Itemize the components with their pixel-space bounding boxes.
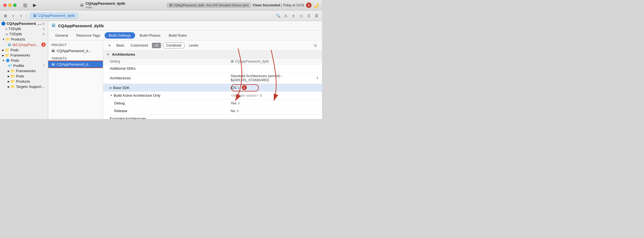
- panel-item-target[interactable]: 🏛 CQAppPassword_d...: [48, 61, 103, 67]
- podfile-label: Podfile: [13, 64, 43, 68]
- sidebar-item-libcqapp[interactable]: 🏛 libCQAppPassword_dylib 3: [0, 42, 48, 47]
- base-sdk-expand: ▶: [110, 86, 112, 89]
- scm-button[interactable]: ±: [290, 12, 297, 19]
- editor-tab-icon: 🏛: [33, 13, 37, 18]
- combined-wrapper: Combined: [163, 42, 185, 48]
- fw2-chevron: ▶: [8, 70, 10, 72]
- panel-project-icon: 🏛: [51, 49, 55, 53]
- add-setting-button[interactable]: +: [107, 42, 113, 48]
- extra-button[interactable]: ☰: [313, 12, 320, 19]
- scheme-info: CQAppPassword_dylib main: [86, 1, 125, 9]
- night-mode-icon[interactable]: 🌙: [313, 2, 319, 8]
- prod2-label: Products: [16, 79, 46, 83]
- editor-tab-cqapp[interactable]: 🏛 CQAppPassword_dylib: [30, 13, 78, 19]
- settings-toolbar: + Basic Customized All Combined Levels ⊙: [103, 40, 322, 51]
- filter-levels-button[interactable]: Levels: [187, 43, 201, 48]
- target-selector[interactable]: 🏛 CQAppPassword_dylib › Any iOS Simulato…: [167, 3, 251, 8]
- tab-general[interactable]: General: [51, 32, 72, 39]
- sidebar-item-frameworks-1[interactable]: ▶ 📁 Frameworks: [0, 53, 48, 58]
- sidebar-toggle-button[interactable]: ▥: [22, 2, 28, 8]
- warning-button[interactable]: ⚠: [282, 12, 289, 19]
- build-active-arch-expand: ▼: [110, 94, 113, 97]
- debug-label: Debug: [110, 101, 231, 105]
- project-title-icon: 🏛: [51, 23, 56, 28]
- ios-value-container: iOS ⇕: [231, 86, 240, 90]
- close-button[interactable]: [3, 4, 7, 7]
- pods1-label: Pods: [10, 48, 46, 52]
- ts-label: Targets Support Files: [16, 85, 46, 89]
- file-icon-h: h: [6, 27, 7, 31]
- col-setting-header: Setting: [110, 60, 231, 63]
- ios-text: iOS: [231, 86, 237, 90]
- pods1-folder-icon: 📁: [5, 48, 9, 52]
- products-label: Products: [11, 37, 46, 41]
- podfile-badge: ?: [43, 64, 46, 67]
- title-right: 🏛 CQAppPassword_dylib › Any iOS Simulato…: [167, 2, 319, 8]
- architectures-label: Architectures: [110, 76, 231, 80]
- tab-build-settings[interactable]: Build Settings: [105, 32, 135, 39]
- diamond-button[interactable]: ◇: [298, 12, 304, 19]
- ts-chevron: ▶: [8, 85, 10, 88]
- annotation-2: 2: [306, 2, 312, 8]
- settings-row-build-active-arch[interactable]: ▼ Build Active Architecture Only <Multip…: [103, 92, 322, 99]
- architectures-toggle-icon: ▼: [107, 53, 109, 56]
- tab-resource-tags[interactable]: Resource Tags: [72, 32, 104, 39]
- build-active-arch-stepper: ⇕: [260, 94, 262, 98]
- fw2-label: Frameworks: [16, 69, 46, 73]
- sidebar-item-tsdylib-h[interactable]: h TSDylib A: [0, 26, 48, 31]
- sidebar-item-project-root[interactable]: 🔵 CQAppPassword_dylib M: [0, 21, 48, 26]
- project-badge: M: [42, 22, 46, 25]
- inner-content: PROJECT 🏛 CQAppPassword_d... TARGETS 🏛 C…: [48, 40, 322, 119]
- release-label: Release: [110, 109, 231, 113]
- snippet-button[interactable]: ⟨⟩: [305, 12, 312, 19]
- project-title-text: CQAppPassword_dylib: [58, 23, 104, 28]
- panel-item-project[interactable]: 🏛 CQAppPassword_d...: [48, 48, 103, 54]
- traffic-lights: [3, 4, 17, 7]
- navigate-forward-button[interactable]: ›: [18, 12, 24, 19]
- libcqapp-badge: 3: [41, 42, 46, 47]
- minimize-button[interactable]: [8, 4, 12, 7]
- tsdylib-h-label: TSDylib: [9, 27, 43, 31]
- sidebar-item-pods-2[interactable]: ▼ 🔷 Pods: [0, 58, 48, 63]
- col-value-icon: 🏛: [231, 60, 234, 63]
- sidebar-item-pods-3[interactable]: ▶ 📁 Pods: [0, 74, 48, 79]
- filter-all-button[interactable]: All: [152, 43, 161, 48]
- filter-customized-button[interactable]: Customized: [128, 43, 150, 48]
- sidebar-item-frameworks-2[interactable]: ▶ 📁 Frameworks: [0, 68, 48, 74]
- multi-values-text: <Multiple values>: [231, 93, 258, 98]
- settings-row-additional-sdks[interactable]: Additional SDKs: [103, 65, 322, 72]
- sidebar-item-tsdylib-m[interactable]: m TSDylib A: [0, 31, 48, 37]
- search-button[interactable]: 🔍: [275, 12, 281, 19]
- settings-row-base-sdk[interactable]: ▶ Base SDK iOS ⇕ 1: [103, 84, 322, 92]
- filter-combined-button[interactable]: Combined: [163, 42, 185, 48]
- col-value-header: 🏛 CQAppPassword_dylib: [231, 60, 319, 63]
- layout-toggle-button[interactable]: ⊞: [2, 12, 9, 19]
- filter-basic-button[interactable]: Basic: [114, 43, 127, 48]
- sidebar-item-podfile[interactable]: 💎 Podfile ?: [0, 63, 48, 68]
- architectures-section-header[interactable]: ▼ Architectures: [103, 51, 322, 58]
- sidebar-item-products-2[interactable]: ▶ 📁 Products: [0, 79, 48, 84]
- annotation-1-badge: 1: [242, 85, 247, 90]
- tab-build-rules[interactable]: Build Rules: [165, 32, 191, 39]
- sidebar-item-products[interactable]: ▼ 📁 Products: [0, 37, 48, 42]
- sidebar-item-pods-1[interactable]: ▶ 📁 Pods: [0, 47, 48, 53]
- build-status: Clean Succeeded | Today at 14:01: [253, 3, 304, 7]
- main-layout: 🔵 CQAppPassword_dylib M h TSDylib A m TS…: [0, 21, 322, 119]
- settings-row-excluded-arch[interactable]: Excluded Architectures: [103, 115, 322, 119]
- tab-build-phases[interactable]: Build Phases: [136, 32, 164, 39]
- panel-target-label: CQAppPassword_d...: [57, 62, 91, 66]
- settings-row-architectures[interactable]: Architectures Standard Architectures (ar…: [103, 72, 322, 84]
- sidebar-item-targets-support[interactable]: ▶ 📁 Targets Support Files: [0, 84, 48, 89]
- run-button[interactable]: ▶: [31, 2, 39, 8]
- products-folder-icon: 📁: [6, 37, 10, 41]
- project-section-label: PROJECT: [48, 40, 103, 48]
- project-label: CQAppPassword_dylib: [7, 21, 42, 26]
- additional-sdks-label: Additional SDKs: [110, 66, 231, 71]
- navigate-back-button[interactable]: ‹: [10, 12, 17, 19]
- podfile-icon: 💎: [8, 64, 12, 68]
- maximize-button[interactable]: [13, 4, 17, 7]
- settings-options-button[interactable]: ⊙: [312, 42, 319, 49]
- settings-row-release[interactable]: Release No ⇕: [103, 107, 322, 115]
- build-active-arch-label: Build Active Architecture Only: [114, 93, 231, 98]
- settings-row-debug[interactable]: Debug Yes ⇕: [103, 99, 322, 107]
